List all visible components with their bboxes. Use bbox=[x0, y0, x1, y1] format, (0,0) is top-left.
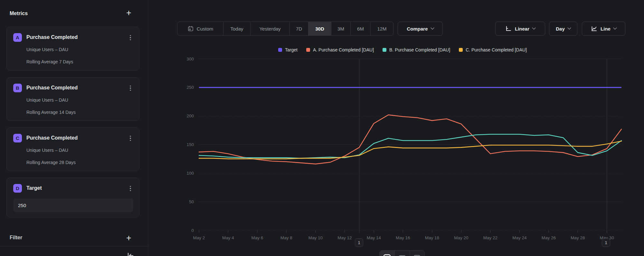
svg-text:May 18: May 18 bbox=[425, 235, 439, 240]
svg-text:200: 200 bbox=[186, 114, 194, 118]
collapse-left-icon bbox=[126, 251, 135, 256]
calendar-icon bbox=[187, 25, 194, 32]
plus-icon: + bbox=[126, 233, 131, 243]
svg-text:100: 100 bbox=[186, 171, 194, 176]
metric-card-a[interactable]: A Purchase Completed Unique Users – DAU … bbox=[6, 27, 139, 70]
range-12m[interactable]: 12M bbox=[371, 22, 393, 35]
metric-letter-badge: B bbox=[13, 84, 22, 92]
range-custom[interactable]: Custom bbox=[177, 22, 223, 35]
line-chart: 050100150200250300May 2May 4May 6May 8Ma… bbox=[174, 42, 631, 251]
chart-size-large-button[interactable] bbox=[380, 251, 394, 256]
kebab-menu-icon[interactable] bbox=[127, 185, 134, 192]
metric-letter-badge: C bbox=[13, 134, 22, 142]
svg-text:May 24: May 24 bbox=[512, 235, 527, 240]
svg-text:May 4: May 4 bbox=[222, 235, 234, 240]
plus-icon: + bbox=[126, 8, 131, 18]
chart-size-small-button[interactable] bbox=[410, 251, 424, 256]
target-value-input[interactable] bbox=[13, 198, 133, 212]
metric-card-b[interactable]: B Purchase Completed Unique Users – DAU … bbox=[6, 77, 139, 121]
annotation-badge[interactable]: 1 bbox=[602, 238, 610, 247]
svg-text:0: 0 bbox=[191, 228, 194, 233]
sidebar: Metrics + A Purchase Completed Unique Us… bbox=[0, 0, 148, 256]
svg-text:May 22: May 22 bbox=[483, 235, 497, 240]
line-chart-icon bbox=[591, 25, 597, 32]
svg-text:May 10: May 10 bbox=[308, 235, 323, 240]
chart-size-medium-button[interactable] bbox=[394, 251, 409, 256]
range-yesterday[interactable]: Yesterday bbox=[251, 22, 290, 35]
metric-measure: Unique Users – DAU bbox=[26, 47, 68, 52]
metric-title: Purchase Completed bbox=[26, 135, 78, 141]
range-3m[interactable]: 3M bbox=[331, 22, 351, 35]
scale-dropdown[interactable]: Linear bbox=[495, 22, 545, 36]
metric-measure: Unique Users – DAU bbox=[26, 148, 68, 153]
small-panel-icon bbox=[413, 254, 421, 256]
svg-text:May 6: May 6 bbox=[251, 235, 263, 240]
compare-dropdown[interactable]: Compare bbox=[398, 22, 443, 36]
svg-text:May 16: May 16 bbox=[396, 235, 410, 240]
svg-text:May 26: May 26 bbox=[542, 235, 556, 240]
svg-text:250: 250 bbox=[186, 85, 194, 90]
chevron-down-icon bbox=[532, 26, 535, 30]
svg-text:150: 150 bbox=[186, 142, 194, 147]
svg-text:May 8: May 8 bbox=[280, 235, 292, 240]
add-filter-button[interactable]: + bbox=[123, 233, 135, 243]
svg-text:May 12: May 12 bbox=[337, 235, 352, 240]
range-7d[interactable]: 7D bbox=[290, 22, 308, 35]
app-screen: Metrics + A Purchase Completed Unique Us… bbox=[0, 0, 644, 256]
metric-letter-badge: D bbox=[13, 184, 22, 193]
metric-card-c[interactable]: C Purchase Completed Unique Users – DAU … bbox=[6, 127, 139, 171]
date-range-segmented-control: Custom Today Yesterday 7D 30D 3M 6M 12M bbox=[177, 22, 393, 36]
target-card[interactable]: D Target bbox=[6, 178, 139, 217]
svg-text:300: 300 bbox=[186, 57, 194, 61]
svg-text:May 14: May 14 bbox=[367, 235, 381, 240]
axis-scale-icon bbox=[505, 25, 512, 32]
range-today[interactable]: Today bbox=[223, 22, 251, 35]
chart-size-toggle-group bbox=[379, 250, 425, 256]
metric-measure: Unique Users – DAU bbox=[26, 97, 68, 103]
collapse-sidebar-button[interactable] bbox=[126, 251, 135, 256]
metric-transform: Rolling Average 14 Days bbox=[26, 110, 76, 115]
svg-text:May 20: May 20 bbox=[454, 235, 468, 240]
large-panel-icon bbox=[383, 254, 391, 256]
annotation-badge[interactable]: 1 bbox=[355, 238, 363, 247]
metric-letter-badge: A bbox=[13, 33, 22, 42]
chart-type-dropdown[interactable]: Line bbox=[582, 22, 625, 36]
svg-text:May 28: May 28 bbox=[571, 235, 585, 240]
kebab-menu-icon[interactable] bbox=[127, 84, 134, 92]
range-label: Custom bbox=[197, 26, 213, 32]
chevron-down-icon bbox=[431, 26, 434, 30]
metric-transform: Rolling Average 28 Days bbox=[26, 160, 76, 165]
granularity-dropdown[interactable]: Day bbox=[549, 22, 577, 36]
range-6m[interactable]: 6M bbox=[351, 22, 371, 35]
filter-section-title: Filter bbox=[10, 235, 22, 241]
target-title: Target bbox=[26, 185, 42, 191]
range-30d[interactable]: 30D bbox=[308, 22, 331, 35]
sidebar-divider bbox=[0, 246, 148, 246]
chevron-down-icon bbox=[613, 26, 617, 30]
kebab-menu-icon[interactable] bbox=[127, 134, 134, 142]
kebab-menu-icon[interactable] bbox=[127, 34, 134, 41]
chevron-down-icon bbox=[567, 26, 571, 30]
add-metric-button[interactable]: + bbox=[123, 8, 135, 18]
metric-title: Purchase Completed bbox=[26, 85, 78, 91]
metric-title: Purchase Completed bbox=[26, 34, 78, 40]
svg-text:May 2: May 2 bbox=[193, 235, 205, 240]
medium-panel-icon bbox=[398, 254, 406, 256]
svg-text:50: 50 bbox=[189, 199, 194, 204]
metric-transform: Rolling Average 7 Days bbox=[26, 59, 73, 64]
metrics-section-title: Metrics bbox=[10, 11, 28, 16]
